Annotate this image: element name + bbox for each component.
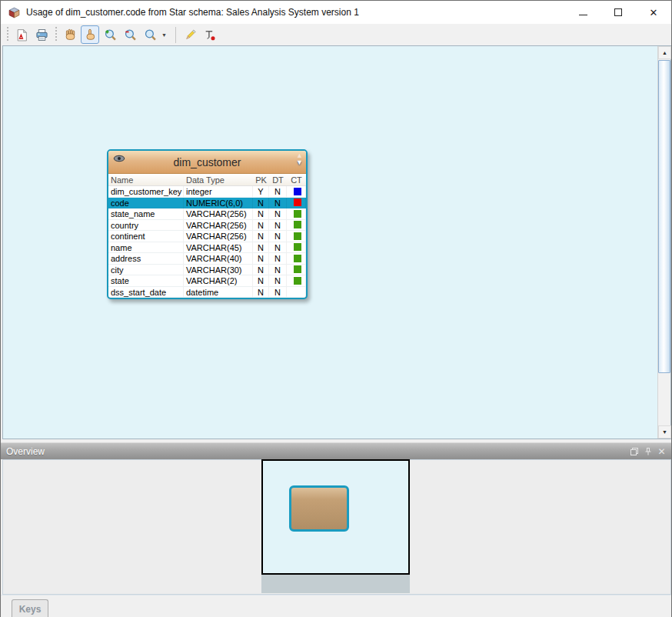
table-row[interactable]: addressVARCHAR(40)NN — [108, 253, 306, 265]
zoom-dropdown-arrow[interactable]: ▼ — [160, 32, 171, 38]
table-row[interactable]: stateVARCHAR(2)NN — [108, 275, 306, 287]
cell-dt: N — [269, 231, 287, 242]
cell-ct — [287, 220, 306, 232]
cell-ct — [287, 198, 306, 209]
cell-pk: N — [253, 231, 269, 242]
toolbar-grip[interactable] — [5, 27, 9, 42]
entity-dim-customer[interactable]: dim_customer ▲ ▼ Name Data Type PK DT CT… — [107, 149, 308, 299]
app-icon — [8, 6, 21, 19]
scroll-up-button[interactable]: ▲ — [658, 46, 671, 59]
expand-down-icon[interactable]: ▼ — [296, 159, 303, 166]
cell-ct — [287, 242, 306, 254]
close-panel-button[interactable]: ✕ — [657, 447, 667, 457]
column-type-chip — [294, 210, 301, 218]
cell-dt: N — [269, 220, 287, 232]
column-type-chip — [294, 243, 301, 251]
edit-button[interactable] — [181, 25, 200, 44]
tab-keys[interactable]: Keys — [12, 599, 48, 617]
pin-icon — [644, 447, 653, 456]
column-type-chip — [294, 265, 301, 273]
cell-pk: N — [253, 265, 269, 276]
cell-pk: N — [253, 275, 269, 287]
minimap-entity-shape[interactable] — [289, 485, 349, 532]
overview-minimap[interactable] — [261, 459, 410, 593]
scrollbar-thumb[interactable] — [658, 60, 670, 373]
vertical-scrollbar[interactable]: ▲ ▼ — [657, 46, 670, 439]
magnifier-minus-icon — [124, 28, 137, 42]
entity-header[interactable]: dim_customer ▲ ▼ — [108, 151, 306, 174]
pan-tool-button[interactable] — [61, 25, 79, 44]
pointer-trace-icon — [204, 28, 217, 42]
printer-icon — [35, 28, 48, 42]
table-row[interactable]: codeNUMERIC(6,0)NN — [108, 198, 306, 209]
cell-datatype: NUMERIC(6,0) — [184, 198, 253, 209]
table-row[interactable]: cityVARCHAR(30)NN — [108, 265, 306, 276]
tab-keys-label: Keys — [19, 604, 42, 615]
table-row[interactable]: state_nameVARCHAR(256)NN — [108, 208, 306, 220]
cell-datatype: datetime — [184, 287, 253, 298]
pin-panel-button[interactable] — [643, 447, 653, 457]
cell-name: state_name — [108, 208, 184, 220]
table-row[interactable]: continentVARCHAR(256)NN — [108, 231, 306, 242]
toolbar: ▼ — [1, 24, 671, 45]
cell-datatype: VARCHAR(45) — [184, 242, 253, 254]
overview-title: Overview — [1, 446, 45, 457]
entity-rows: dim_customer_keyintegerYNcodeNUMERIC(6,0… — [108, 186, 306, 298]
column-type-chip — [294, 255, 301, 262]
cell-name: state — [108, 275, 184, 287]
print-button[interactable] — [32, 25, 51, 44]
column-type-chip — [294, 198, 301, 206]
export-pdf-button[interactable] — [12, 25, 31, 44]
diagram-canvas[interactable]: dim_customer ▲ ▼ Name Data Type PK DT CT… — [2, 45, 671, 439]
col-header-name: Name — [108, 174, 184, 186]
table-row[interactable]: dim_customer_keyintegerYN — [108, 186, 306, 198]
cell-name: country — [108, 220, 184, 232]
column-type-chip — [294, 188, 301, 195]
entity-collapse-arrows[interactable]: ▲ ▼ — [296, 152, 303, 166]
cell-dt: N — [269, 265, 287, 276]
cell-datatype: VARCHAR(40) — [184, 253, 253, 265]
table-row[interactable]: nameVARCHAR(45)NN — [108, 242, 306, 254]
magnifier-icon — [144, 28, 157, 42]
cell-datatype: integer — [184, 186, 253, 198]
cell-pk: N — [253, 208, 269, 220]
cell-ct — [287, 287, 306, 298]
float-panel-button[interactable] — [629, 447, 639, 457]
overview-panel-buttons: ✕ — [629, 443, 667, 460]
cell-datatype: VARCHAR(30) — [184, 265, 253, 276]
cell-dt: N — [269, 186, 287, 198]
zoom-in-button[interactable] — [101, 25, 119, 44]
eye-icon[interactable] — [113, 155, 125, 162]
table-row[interactable]: dss_start_datedatetimeNN — [108, 287, 306, 298]
close-button[interactable]: ✕ — [636, 1, 671, 24]
trace-usage-button[interactable] — [201, 25, 220, 44]
cell-pk: N — [253, 198, 269, 209]
zoom-button[interactable] — [141, 25, 159, 44]
cell-dt: N — [269, 198, 287, 209]
cell-dt: N — [269, 242, 287, 254]
float-window-icon — [630, 447, 639, 456]
minimize-button[interactable] — [565, 1, 600, 24]
table-row[interactable]: countryVARCHAR(256)NN — [108, 220, 306, 232]
cell-dt: N — [269, 253, 287, 265]
cell-dt: N — [269, 287, 287, 298]
cell-ct — [287, 231, 306, 242]
minimap-viewport[interactable] — [261, 459, 410, 575]
maximize-button[interactable] — [600, 1, 636, 24]
open-hand-icon — [64, 28, 77, 42]
close-icon: ✕ — [650, 8, 658, 18]
cell-name: continent — [108, 231, 184, 242]
minimap-offscreen-area[interactable] — [261, 575, 410, 593]
cell-ct — [287, 186, 306, 198]
cell-dt: N — [269, 275, 287, 287]
cell-ct — [287, 253, 306, 265]
zoom-out-button[interactable] — [121, 25, 139, 44]
scroll-down-button[interactable]: ▼ — [658, 425, 671, 439]
overview-panel-header[interactable]: Overview ✕ — [1, 442, 671, 459]
select-tool-button[interactable] — [81, 25, 99, 44]
pencil-icon — [184, 28, 197, 42]
app-window: Usage of dim_customer.code from Star sch… — [0, 0, 672, 617]
toolbar-grip[interactable] — [54, 27, 58, 42]
cell-name: address — [108, 253, 184, 265]
pointing-hand-icon — [84, 28, 97, 42]
